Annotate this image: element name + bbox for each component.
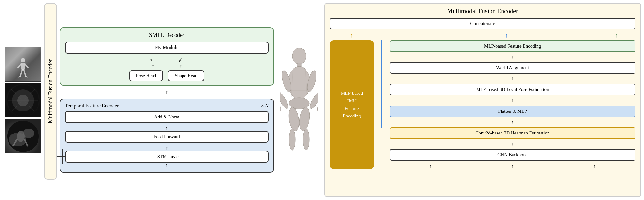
smpl-temporal-container: SMPL Decoder FK Module θtl βti ↑ ↑ Pose … [60,27,274,172]
left-diagram: SMPL Decoder FK Module θtl βti ↑ ↑ Pose … [60,3,274,197]
lstm-layer-box: LSTM Layer [65,151,269,163]
svg-line-5 [24,70,26,76]
human-figure-area [274,3,324,197]
feed-forward-box: Feed Forward [65,131,269,143]
svg-line-4 [20,70,22,76]
arrow-world-mlp: ↑ [390,54,635,60]
images-column [3,3,44,197]
svg-point-31 [289,129,295,150]
concatenate-bar: Concatenate [330,18,635,29]
svg-point-29 [287,106,300,131]
mfe-vertical-label: Multimodal Fusion Encoder [44,3,57,180]
add-norm-box: Add & Norm [65,111,269,123]
mlp-imu-box: MLP-based IMU Feature Encoding [330,40,374,169]
svg-line-3 [25,64,28,68]
temporal-title-row: Temporal Feature Encoder × N [65,103,269,109]
pose-shape-row: Pose Head Shape Head [65,70,269,81]
conv2d-heatmap-box: Conv2d-based 2D Heatmap Estimation [390,127,635,139]
svg-point-30 [298,106,311,131]
theta-label: θtl [150,56,154,62]
smpl-decoder-title: SMPL Decoder [65,32,269,38]
blue-arrow-up-concat: ↑ [415,32,598,39]
arrow-into-lstm: ↑ [65,163,269,168]
lstm-loop-indicator [57,149,65,164]
pose-head-box: Pose Head [129,70,163,81]
svg-point-33 [280,105,281,113]
main-container: Multimodal Fusion Encoder SMPL Decoder F… [0,0,644,200]
arrows-row-top: ↑ ↑ ↑ [330,32,635,39]
temporal-encoder-box: Temporal Feature Encoder × N Add & Norm … [60,99,274,173]
svg-point-0 [21,58,25,62]
world-alignment-box: World Alignment [390,62,635,74]
arrow-3d-world: ↑ [390,76,635,81]
arrow-bottom-mid: ↑ [512,164,514,169]
svg-point-18 [17,131,25,142]
arrow-up-theta: ↑ [152,63,154,69]
lstm-row: LSTM Layer [65,151,269,163]
svg-point-27 [308,90,318,110]
mlp-imu-label: MLP-based IMU Feature Encoding [341,89,363,120]
flatten-mlp-box: Flatten & MLP [390,106,635,117]
svg-point-26 [280,90,290,110]
beta-label: βti [179,56,183,62]
arrow-bottom-left: ↑ [430,164,432,169]
arrow-bottom-right: ↑ [594,164,596,169]
arrow-add-norm-ff: ↑ [65,125,269,131]
shape-head-box: Shape Head [168,70,204,81]
arrow-up-beta: ↑ [179,63,182,69]
blue-line-column [377,40,386,169]
human-3d-mesh [280,47,318,154]
svg-line-6 [19,76,20,77]
arrow-flatten-3d: ↑ [390,98,635,103]
image-bottom [5,119,41,153]
mlp-3d-local-box: MLP-based 3D Local Pose Estimation [390,84,635,95]
svg-line-7 [26,76,27,77]
mlp-feature-encoding-box: MLP-based Feature Encoding [390,40,635,52]
gold-arrow-up: ↑ [330,32,374,39]
svg-point-21 [292,48,306,64]
arrow-smpl-temporal: ↑ [60,89,274,95]
smpl-decoder-box: SMPL Decoder FK Module θtl βti ↑ ↑ Pose … [60,27,274,85]
image-mid [5,83,41,117]
fk-module-box: FK Module [65,42,269,54]
times-n-label: × N [261,103,269,109]
svg-point-34 [317,105,318,113]
svg-point-32 [303,129,309,150]
right-diagram-title: Multimodal Fusion Encoder [330,8,635,15]
green-arrow-up-concat: ↑ [601,32,632,39]
cnn-backbone-box: CNN Backbone [390,149,635,161]
svg-point-17 [23,129,34,138]
svg-line-2 [18,64,21,68]
bottom-arrows: ↑ ↑ ↑ [390,164,635,169]
right-blocks-column: MLP-based Feature Encoding ↑ World Align… [390,40,635,169]
arrow-cnn-conv2d: ↑ [390,141,635,146]
main-content-row: MLP-based IMU Feature Encoding MLP-based… [330,40,635,169]
arrow-ff-lstm: ↑ [65,145,269,151]
temporal-title: Temporal Feature Encoder [65,103,119,109]
right-diagram-box: Multimodal Fusion Encoder Concatenate ↑ … [324,3,641,197]
image-top [5,47,41,82]
arrow-conv2d-flatten: ↑ [390,120,635,125]
